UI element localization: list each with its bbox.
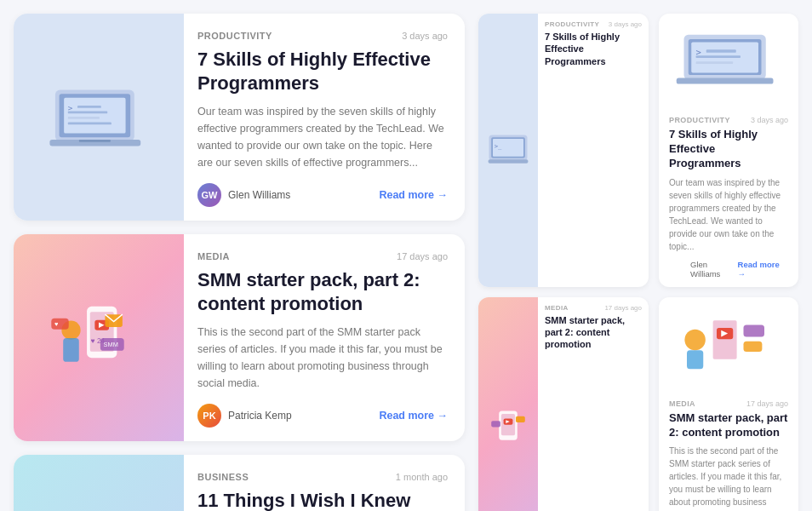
card-category-3: BUSINESS [197, 472, 249, 482]
sc-content-1: PRODUCTIVITY 3 days ago 7 Skills of High… [538, 14, 649, 287]
mc-desc-1: Our team was inspired by the seven skill… [669, 176, 788, 253]
small-card-1: >_ PRODUCTIVITY 3 days ago 7 Skills of H… [478, 14, 649, 287]
svg-rect-46 [677, 78, 774, 83]
mc-avatar-1: GW [669, 261, 686, 278]
sc-time-2: 17 days ago [604, 304, 642, 312]
card-time-2: 17 days ago [397, 251, 448, 261]
mc-image-2 [659, 297, 798, 391]
sc-cat-2: MEDIA [545, 304, 569, 312]
card-title-2: SMM starter pack, part 2: content promot… [197, 268, 448, 315]
small-card-2: MEDIA 17 days ago SMM starter pack, part… [478, 297, 649, 511]
laptop-illustration: >_ [43, 71, 154, 164]
card-author-1: GW Glen Williams [197, 183, 290, 207]
mc-meta-1: PRODUCTIVITY 3 days ago [669, 116, 788, 124]
author-name-1: Glen Williams [228, 189, 290, 201]
svg-rect-54 [713, 321, 737, 360]
card-category-1: PRODUCTIVITY [197, 31, 272, 41]
mc-footer-1: GW Glen Williams Read more → [669, 260, 788, 278]
mc-read-more-1[interactable]: Read more → [738, 260, 788, 278]
mc-time-2: 17 days ago [746, 399, 788, 408]
svg-point-57 [684, 330, 706, 351]
mc-title-1: 7 Skills of Highly Effective Programmers [669, 128, 788, 171]
svg-rect-9 [79, 140, 111, 142]
svg-text:>_: >_ [68, 102, 78, 112]
svg-text:SMM: SMM [104, 341, 118, 348]
card-footer-1: GW Glen Williams Read more → [197, 183, 448, 207]
card-desc-2: This is the second part of the SMM start… [197, 324, 448, 392]
right-row-1: >_ PRODUCTIVITY 3 days ago 7 Skills of H… [478, 14, 798, 287]
sc-cat-1: PRODUCTIVITY [545, 20, 599, 28]
card-image-1: >_ [14, 14, 184, 221]
svg-rect-4 [77, 106, 101, 108]
mc-smm-illustration [669, 310, 788, 377]
svg-text:♥: ♥ [54, 320, 59, 328]
mc-content-2: MEDIA 17 days ago SMM starter pack, part… [659, 391, 798, 511]
svg-rect-60 [744, 342, 763, 352]
right-column: >_ PRODUCTIVITY 3 days ago 7 Skills of H… [478, 14, 798, 511]
svg-rect-45 [696, 61, 734, 64]
svg-rect-44 [696, 55, 741, 58]
large-card-1: >_ PRODUCTIVITY 3 days ago 7 Skills of H… [14, 14, 465, 221]
card-title-3: 11 Things I Wish I Knew When I Started M… [197, 489, 448, 511]
sc-meta-1: PRODUCTIVITY 3 days ago [545, 20, 642, 28]
card-meta-1: PRODUCTIVITY 3 days ago [197, 31, 448, 41]
card-image-3 [14, 455, 184, 511]
sc-meta-2: MEDIA 17 days ago [545, 304, 642, 312]
read-more-1[interactable]: Read more → [379, 189, 448, 201]
author-name-2: Patricia Kemp [228, 410, 292, 422]
svg-rect-6 [68, 117, 100, 119]
sc-title-2: SMM starter pack, part 2: content promot… [545, 314, 642, 351]
svg-rect-38 [489, 159, 529, 164]
card-time-3: 1 month ago [396, 472, 448, 482]
thumb-1: >_ [478, 14, 538, 287]
thumb-2 [478, 297, 538, 511]
svg-rect-59 [744, 325, 765, 337]
card-time-1: 3 days ago [402, 31, 448, 41]
mc-image-1: >_ [659, 14, 798, 107]
large-card-2: ♥ 24 SMM ♥ MEDIA 17 days ago SMM starter… [14, 234, 465, 441]
mc-author-name-1: Glen Williams [690, 260, 738, 278]
thumb-laptop-icon: >_ [485, 131, 531, 169]
sc-time-1: 3 days ago [609, 20, 642, 28]
card-desc-1: Our team was inspired by the seven skill… [197, 103, 448, 171]
mc-author-1: GW Glen Williams [669, 260, 738, 278]
medium-card-1: >_ PRODUCTIVITY 3 days ago 7 Skills of H… [659, 14, 798, 287]
sc-title-1: 7 Skills of Highly Effective Programmers [545, 31, 642, 67]
svg-rect-43 [706, 49, 736, 53]
smm-illustration: ♥ 24 SMM ♥ [43, 291, 154, 385]
svg-text:>_: >_ [495, 142, 502, 150]
svg-rect-5 [68, 111, 107, 113]
card-image-2: ♥ 24 SMM ♥ [14, 234, 184, 441]
card-meta-3: BUSINESS 1 month ago [197, 472, 448, 482]
mc-cat-2: MEDIA [669, 399, 695, 408]
card-content-1: PRODUCTIVITY 3 days ago 7 Skills of High… [184, 14, 465, 221]
medium-card-2: MEDIA 17 days ago SMM starter pack, part… [659, 297, 798, 511]
mc-time-1: 3 days ago [751, 116, 788, 124]
card-footer-2: PK Patricia Kemp Read more → [197, 404, 448, 428]
card-author-2: PK Patricia Kemp [197, 404, 292, 428]
mc-desc-2: This is the second part of the SMM start… [669, 445, 788, 511]
large-card-3: BUSINESS 1 month ago 11 Things I Wish I … [14, 455, 465, 511]
card-content-3: BUSINESS 1 month ago 11 Things I Wish I … [184, 455, 465, 511]
card-meta-2: MEDIA 17 days ago [197, 251, 448, 261]
avatar-1: GW [197, 183, 221, 207]
read-more-2[interactable]: Read more → [379, 410, 448, 422]
card-title-1: 7 Skills of Highly Effective Programmers [197, 48, 448, 95]
avatar-2: PK [197, 404, 221, 428]
right-row-2: MEDIA 17 days ago SMM starter pack, part… [478, 297, 798, 511]
svg-rect-58 [687, 351, 703, 370]
sc-content-2: MEDIA 17 days ago SMM starter pack, part… [538, 297, 649, 511]
mc-meta-2: MEDIA 17 days ago [669, 399, 788, 408]
svg-rect-51 [491, 421, 500, 427]
svg-rect-48 [501, 414, 515, 435]
svg-rect-7 [68, 122, 112, 124]
card-content-2: MEDIA 17 days ago SMM starter pack, part… [184, 234, 465, 441]
mc-content-1: PRODUCTIVITY 3 days ago 7 Skills of High… [659, 107, 798, 287]
thumb-smm-icon [485, 407, 531, 445]
card-category-2: MEDIA [197, 251, 230, 261]
mc-title-2: SMM starter pack, part 2: content promot… [669, 411, 788, 440]
mc-cat-1: PRODUCTIVITY [669, 116, 730, 124]
mc-laptop-illustration: >_ [669, 27, 788, 95]
svg-rect-16 [63, 338, 79, 362]
left-column: >_ PRODUCTIVITY 3 days ago 7 Skills of H… [14, 14, 465, 511]
